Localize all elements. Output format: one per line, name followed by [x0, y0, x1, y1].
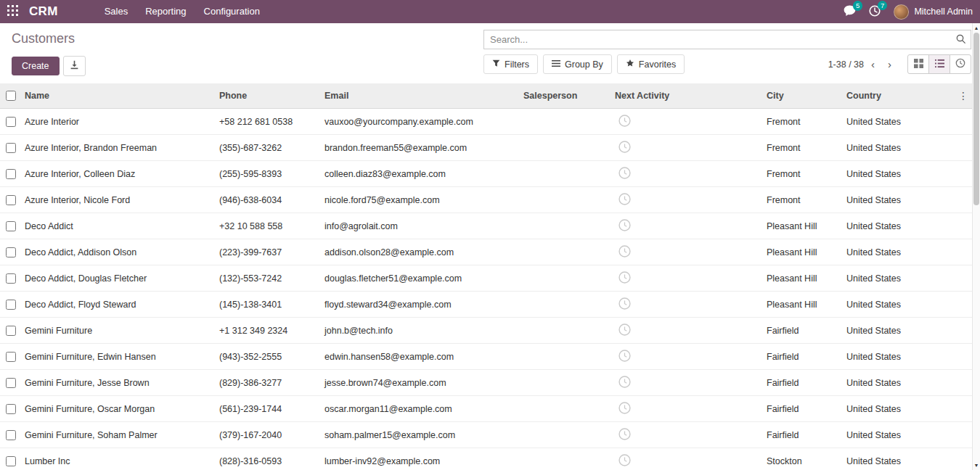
row-checkbox[interactable]	[6, 169, 16, 179]
row-checkbox[interactable]	[6, 352, 16, 362]
pager-previous-button[interactable]: ‹	[865, 59, 881, 70]
table-row[interactable]: Deco Addict, Floyd Steward (145)-138-340…	[0, 292, 980, 318]
row-checkbox[interactable]	[6, 430, 16, 440]
row-checkbox[interactable]	[6, 247, 16, 257]
table-row[interactable]: Azure Interior, Brandon Freeman (355)-68…	[0, 135, 980, 161]
column-header-city[interactable]: City	[764, 91, 844, 101]
create-button[interactable]: Create	[12, 57, 60, 75]
menu-reporting[interactable]: Reporting	[136, 0, 195, 23]
vertical-scrollbar[interactable]: ▲ ▼	[972, 23, 980, 470]
cell-next-activity[interactable]	[612, 402, 764, 416]
avatar	[894, 4, 909, 20]
cell-next-activity[interactable]	[612, 219, 764, 234]
cell-country: United States	[844, 221, 960, 231]
group-by-button[interactable]: Group By	[543, 54, 612, 74]
row-checkbox[interactable]	[6, 300, 16, 310]
scrollbar-thumb[interactable]	[973, 33, 979, 205]
filters-button[interactable]: Filters	[483, 54, 538, 74]
search-button[interactable]	[956, 34, 966, 46]
cell-email: john.b@tech.info	[322, 326, 520, 336]
cell-next-activity[interactable]	[612, 428, 764, 442]
apps-menu-button[interactable]	[0, 0, 25, 23]
cell-city: Fairfield	[764, 378, 844, 388]
messages-button[interactable]: 5	[844, 5, 856, 18]
cell-country: United States	[844, 456, 960, 466]
cell-next-activity[interactable]	[612, 454, 764, 469]
star-icon	[626, 59, 634, 70]
cell-next-activity[interactable]	[612, 141, 764, 155]
table-row[interactable]: Azure Interior, Colleen Diaz (255)-595-8…	[0, 161, 980, 187]
kanban-view-button[interactable]	[907, 54, 929, 74]
export-button[interactable]	[63, 56, 86, 76]
activity-view-button[interactable]	[950, 54, 971, 74]
kanban-grid-icon	[914, 59, 923, 70]
filters-label: Filters	[505, 59, 529, 70]
row-checkbox[interactable]	[6, 221, 16, 231]
cell-next-activity[interactable]	[612, 115, 764, 129]
scroll-down-arrow[interactable]: ▼	[973, 461, 980, 470]
select-all-checkbox[interactable]	[6, 91, 16, 101]
user-menu[interactable]: Mitchell Admin	[894, 4, 973, 20]
activity-clock-icon	[618, 271, 631, 286]
menu-sales[interactable]: Sales	[96, 0, 137, 23]
search-options: Filters Group By Favorites	[483, 54, 685, 74]
table-row[interactable]: Gemini Furniture, Soham Palmer (379)-167…	[0, 422, 980, 448]
activities-button[interactable]: 7	[869, 5, 881, 19]
table-row[interactable]: Gemini Furniture, Edwin Hansen (943)-352…	[0, 344, 980, 370]
table-row[interactable]: Azure Interior, Nicole Ford (946)-638-60…	[0, 187, 980, 213]
table-row[interactable]: Deco Addict, Addison Olson (223)-399-763…	[0, 239, 980, 265]
cell-next-activity[interactable]	[612, 245, 764, 260]
favorites-button[interactable]: Favorites	[617, 54, 685, 74]
column-header-email[interactable]: Email	[322, 91, 520, 101]
row-checkbox[interactable]	[6, 456, 16, 466]
cell-city: Fremont	[764, 117, 844, 127]
cell-city: Fairfield	[764, 326, 844, 336]
cell-name: Lumber Inc	[22, 456, 216, 466]
app-title[interactable]: CRM	[29, 4, 58, 19]
cell-email: brandon.freeman55@example.com	[322, 143, 520, 153]
cell-name: Gemini Furniture, Oscar Morgan	[22, 404, 216, 414]
table-row[interactable]: Gemini Furniture, Jesse Brown (829)-386-…	[0, 370, 980, 396]
favorites-label: Favorites	[639, 59, 676, 70]
user-name: Mitchell Admin	[914, 7, 973, 17]
row-checkbox[interactable]	[6, 326, 16, 336]
pager-next-button[interactable]: ›	[882, 59, 897, 70]
optional-columns-toggle[interactable]: ⋮	[960, 91, 968, 101]
cell-country: United States	[844, 195, 960, 205]
table-row[interactable]: Deco Addict +32 10 588 558 info@agrolait…	[0, 213, 980, 239]
table-row[interactable]: Gemini Furniture +1 312 349 2324 john.b@…	[0, 318, 980, 344]
table-row[interactable]: Lumber Inc (828)-316-0593 lumber-inv92@e…	[0, 448, 980, 470]
activity-clock-icon	[618, 350, 631, 364]
cell-next-activity[interactable]	[612, 193, 764, 207]
cell-next-activity[interactable]	[612, 323, 764, 338]
row-checkbox[interactable]	[6, 404, 16, 414]
table-row[interactable]: Gemini Furniture, Oscar Morgan (561)-239…	[0, 396, 980, 422]
column-header-name[interactable]: Name	[22, 91, 216, 101]
column-header-next-activity[interactable]: Next Activity	[612, 91, 764, 101]
column-header-salesperson[interactable]: Salesperson	[520, 91, 612, 101]
cell-next-activity[interactable]	[612, 376, 764, 390]
cell-next-activity[interactable]	[612, 271, 764, 286]
list-view-button[interactable]	[928, 54, 950, 74]
cell-next-activity[interactable]	[612, 297, 764, 312]
cell-name: Gemini Furniture, Soham Palmer	[22, 430, 216, 440]
cell-next-activity[interactable]	[612, 167, 764, 181]
column-header-country[interactable]: Country	[844, 91, 960, 101]
cell-email: info@agrolait.com	[322, 221, 520, 231]
cell-next-activity[interactable]	[612, 350, 764, 364]
table-row[interactable]: Azure Interior +58 212 681 0538 vauxoo@y…	[0, 109, 980, 135]
row-checkbox[interactable]	[6, 143, 16, 153]
row-checkbox[interactable]	[6, 378, 16, 388]
column-header-phone[interactable]: Phone	[216, 91, 322, 101]
cell-phone: (828)-316-0593	[216, 456, 322, 466]
row-checkbox[interactable]	[6, 195, 16, 205]
row-checkbox[interactable]	[6, 273, 16, 284]
cell-phone: (561)-239-1744	[216, 404, 322, 414]
row-checkbox[interactable]	[6, 117, 16, 127]
menu-configuration[interactable]: Configuration	[195, 0, 269, 23]
table-row[interactable]: Deco Addict, Douglas Fletcher (132)-553-…	[0, 265, 980, 292]
scroll-up-arrow[interactable]: ▲	[973, 23, 980, 33]
cell-phone: +32 10 588 558	[216, 221, 322, 231]
search-input[interactable]	[483, 30, 971, 49]
activity-clock-icon	[618, 402, 631, 416]
